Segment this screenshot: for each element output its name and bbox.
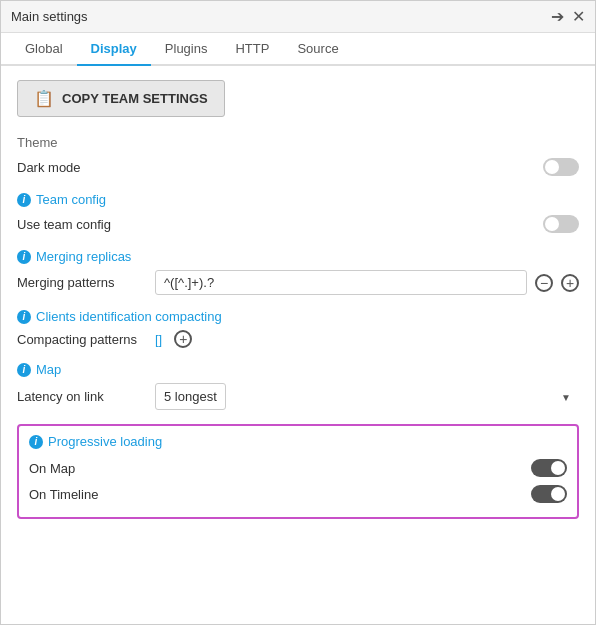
latency-select[interactable]: 5 longest 3 longest 1 longest None bbox=[155, 383, 226, 410]
map-info-icon[interactable]: i bbox=[17, 363, 31, 377]
clients-info-icon[interactable]: i bbox=[17, 310, 31, 324]
compacting-bracket-tag: [] bbox=[155, 332, 162, 347]
clients-title: Clients identification compacting bbox=[36, 309, 222, 324]
merging-patterns-input[interactable] bbox=[155, 270, 527, 295]
compacting-patterns-label: Compacting patterns bbox=[17, 332, 147, 347]
tab-display[interactable]: Display bbox=[77, 33, 151, 66]
merging-patterns-label: Merging patterns bbox=[17, 275, 147, 290]
progressive-loading-section: i Progressive loading On Map On Timeline bbox=[17, 424, 579, 519]
title-bar: Main settings ➔ ✕ bbox=[1, 1, 595, 33]
team-config-info-icon[interactable]: i bbox=[17, 193, 31, 207]
merging-patterns-row: Merging patterns − + bbox=[17, 270, 579, 295]
use-team-config-row: Use team config bbox=[17, 213, 579, 235]
copy-button-label: COPY TEAM SETTINGS bbox=[62, 91, 208, 106]
latency-on-link-row: Latency on link 5 longest 3 longest 1 lo… bbox=[17, 383, 579, 410]
on-timeline-toggle[interactable] bbox=[531, 485, 567, 503]
main-window: Main settings ➔ ✕ Global Display Plugins… bbox=[0, 0, 596, 625]
latency-dropdown-arrow-icon: ▼ bbox=[561, 391, 571, 402]
pin-icon[interactable]: ➔ bbox=[551, 7, 564, 26]
latency-dropdown-wrapper: 5 longest 3 longest 1 longest None ▼ bbox=[155, 383, 579, 410]
content-area: 📋 COPY TEAM SETTINGS Theme Dark mode i T… bbox=[1, 66, 595, 624]
dark-mode-toggle-knob bbox=[545, 160, 559, 174]
tab-global[interactable]: Global bbox=[11, 33, 77, 66]
on-map-toggle[interactable] bbox=[531, 459, 567, 477]
compacting-pattern-add-icon[interactable]: + bbox=[174, 330, 192, 348]
tab-source[interactable]: Source bbox=[283, 33, 352, 66]
progressive-loading-header: i Progressive loading bbox=[29, 434, 567, 449]
theme-section-label: Theme bbox=[17, 135, 579, 150]
latency-label: Latency on link bbox=[17, 389, 147, 404]
progressive-loading-info-icon[interactable]: i bbox=[29, 435, 43, 449]
on-timeline-toggle-knob bbox=[551, 487, 565, 501]
tab-plugins[interactable]: Plugins bbox=[151, 33, 222, 66]
use-team-config-label: Use team config bbox=[17, 217, 111, 232]
copy-team-settings-button[interactable]: 📋 COPY TEAM SETTINGS bbox=[17, 80, 225, 117]
merging-replicas-section-header: i Merging replicas bbox=[17, 249, 579, 264]
merging-pattern-add-icon[interactable]: + bbox=[561, 274, 579, 292]
dark-mode-row: Dark mode bbox=[17, 156, 579, 178]
use-team-config-knob bbox=[545, 217, 559, 231]
clipboard-icon: 📋 bbox=[34, 89, 54, 108]
merging-replicas-info-icon[interactable]: i bbox=[17, 250, 31, 264]
merging-replicas-title: Merging replicas bbox=[36, 249, 131, 264]
on-map-label: On Map bbox=[29, 461, 75, 476]
clients-section-header: i Clients identification compacting bbox=[17, 309, 579, 324]
on-map-row: On Map bbox=[29, 457, 567, 479]
dark-mode-toggle[interactable] bbox=[543, 158, 579, 176]
title-actions: ➔ ✕ bbox=[551, 7, 585, 26]
on-timeline-label: On Timeline bbox=[29, 487, 98, 502]
window-title: Main settings bbox=[11, 9, 88, 24]
team-config-section-header: i Team config bbox=[17, 192, 579, 207]
merging-pattern-remove-icon[interactable]: − bbox=[535, 274, 553, 292]
on-map-toggle-knob bbox=[551, 461, 565, 475]
on-timeline-row: On Timeline bbox=[29, 483, 567, 505]
map-section-header: i Map bbox=[17, 362, 579, 377]
use-team-config-toggle[interactable] bbox=[543, 215, 579, 233]
map-title: Map bbox=[36, 362, 61, 377]
team-config-title: Team config bbox=[36, 192, 106, 207]
dark-mode-label: Dark mode bbox=[17, 160, 81, 175]
progressive-loading-title: Progressive loading bbox=[48, 434, 162, 449]
compacting-patterns-row: Compacting patterns [] + bbox=[17, 330, 579, 348]
tab-http[interactable]: HTTP bbox=[221, 33, 283, 66]
close-icon[interactable]: ✕ bbox=[572, 7, 585, 26]
tabs-bar: Global Display Plugins HTTP Source bbox=[1, 33, 595, 66]
